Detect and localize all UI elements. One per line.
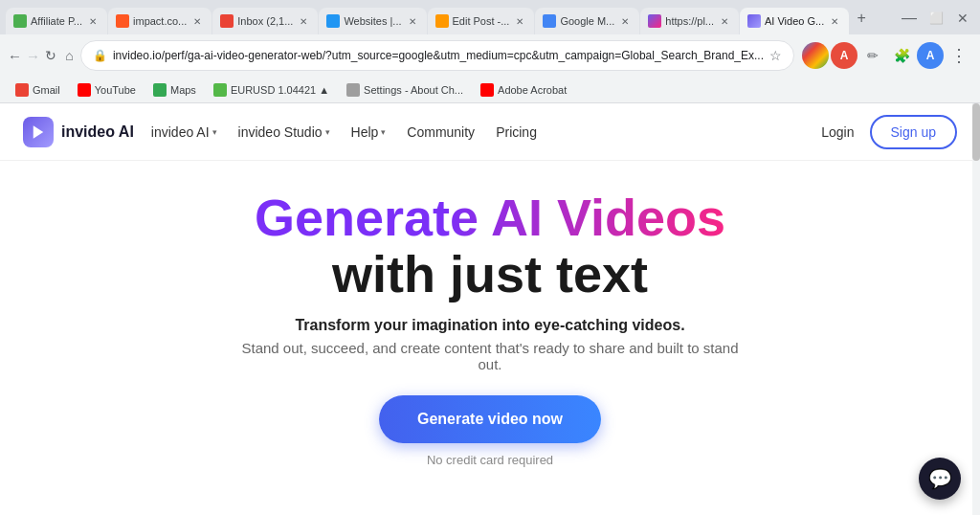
tab-close-7[interactable]: ✕ <box>718 14 731 28</box>
tab-label-4: Websites |... <box>344 15 401 27</box>
tab-label-2: impact.co... <box>133 15 187 27</box>
tab-favicon-5 <box>435 14 449 28</box>
page-content: invideo AI invideo AI ▾ invideo Studio ▾… <box>0 103 980 515</box>
browser-tab-active[interactable]: AI Video G... ✕ <box>740 8 849 34</box>
browser-tab-4[interactable]: Websites |... ✕ <box>319 8 426 34</box>
nav-signup-label: Sign up <box>891 124 936 140</box>
bookmark-settings-favicon <box>346 83 360 97</box>
invideo-navbar: invideo AI invideo AI ▾ invideo Studio ▾… <box>0 103 980 161</box>
tab-bar: Affiliate P... ✕ impact.co... ✕ Inbox (2… <box>0 0 980 34</box>
invideo-logo-svg <box>30 123 47 141</box>
nav-link-studio-chevron: ▾ <box>325 127 330 137</box>
back-button[interactable]: ← <box>8 42 22 69</box>
scrollbar-thumb[interactable] <box>972 103 980 161</box>
tab-close-3[interactable]: ✕ <box>297 14 310 28</box>
browser-tab-5[interactable]: Edit Post -... ✕ <box>428 8 535 34</box>
nav-link-help-chevron: ▾ <box>381 127 386 137</box>
bookmark-gmail-favicon <box>15 83 29 97</box>
tab-close-2[interactable]: ✕ <box>190 14 204 28</box>
generate-video-button[interactable]: Generate video now <box>379 395 601 443</box>
chat-button[interactable]: 💬 <box>919 458 961 500</box>
hero-section: Generate AI Videos with just text Transf… <box>0 161 980 482</box>
bookmark-adobe-favicon <box>480 83 494 97</box>
bookmark-adobe-label: Adobe Acrobat <box>498 84 567 96</box>
browser-tab-7[interactable]: https://pl... ✕ <box>640 8 739 34</box>
nav-link-help[interactable]: Help ▾ <box>342 117 396 147</box>
bookmark-gmail-label: Gmail <box>33 84 60 96</box>
tab-label-1: Affiliate P... <box>31 15 82 27</box>
google-account-icon[interactable] <box>802 42 829 69</box>
nav-link-pricing[interactable]: Pricing <box>486 117 546 147</box>
bookmark-maps[interactable]: Maps <box>145 81 204 99</box>
chat-icon: 💬 <box>928 467 952 490</box>
bookmark-eurusd[interactable]: EURUSD 1.04421 ▲ <box>206 81 337 99</box>
nav-link-studio-label: invideo Studio <box>238 124 323 140</box>
user-profile-icon[interactable]: A <box>917 42 944 69</box>
tab-close-active[interactable]: ✕ <box>828 14 841 28</box>
browser-tab-2[interactable]: impact.co... ✕ <box>108 8 212 34</box>
extensions-icon[interactable]: 🧩 <box>888 42 915 69</box>
restore-button[interactable]: ⬜ <box>924 7 947 30</box>
hero-subtitle2: Stand out, succeed, and create content t… <box>241 340 739 372</box>
nav-link-pricing-label: Pricing <box>496 124 537 140</box>
nav-login-button[interactable]: Login <box>806 117 869 147</box>
browser-tab-6[interactable]: Google M... ✕ <box>535 8 639 34</box>
nav-link-studio[interactable]: invideo Studio ▾ <box>229 117 340 147</box>
nav-link-invideo-ai-chevron: ▾ <box>212 127 217 137</box>
tab-close-6[interactable]: ✕ <box>618 14 632 28</box>
new-tab-button[interactable]: + <box>850 7 873 30</box>
nav-login-label: Login <box>821 124 854 140</box>
tab-favicon-3 <box>220 14 234 28</box>
hero-subtitle-bold: Transform your imagination into eye-catc… <box>295 317 684 334</box>
minimize-button[interactable]: — <box>898 7 921 30</box>
more-options-icon[interactable]: ⋮ <box>946 42 972 69</box>
bookmark-settings-label: Settings - About Ch... <box>364 84 463 96</box>
tab-label-6: Google M... <box>560 15 614 27</box>
edit-icon[interactable]: ✏ <box>859 42 886 69</box>
nav-link-community[interactable]: Community <box>397 117 484 147</box>
bookmark-maps-label: Maps <box>170 84 196 96</box>
close-button[interactable]: ✕ <box>951 7 974 30</box>
tab-favicon-active <box>747 14 761 28</box>
profile-button[interactable]: A <box>831 42 858 69</box>
address-text: invideo.io/perf/ga-ai-video-generator-we… <box>113 49 764 62</box>
tab-label-7: https://pl... <box>665 15 714 27</box>
bookmark-youtube-favicon <box>78 83 91 97</box>
nav-link-help-label: Help <box>351 124 379 140</box>
browser-window: Affiliate P... ✕ impact.co... ✕ Inbox (2… <box>0 0 980 515</box>
nav-link-community-label: Community <box>407 124 475 140</box>
hero-title: Generate AI Videos with just text <box>255 190 725 303</box>
bookmark-adobe[interactable]: Adobe Acrobat <box>473 81 574 99</box>
nav-logo[interactable]: invideo AI <box>23 117 134 147</box>
reload-button[interactable]: ↻ <box>44 42 58 69</box>
generate-video-label: Generate video now <box>417 411 563 427</box>
tab-favicon-2 <box>116 14 129 28</box>
browser-controls: ← → ↻ ⌂ 🔒 invideo.io/perf/ga-ai-video-ge… <box>0 34 980 77</box>
tab-label-active: AI Video G... <box>765 15 824 27</box>
tab-favicon-1 <box>13 14 27 28</box>
tab-favicon-7 <box>648 14 661 28</box>
bookmarks-bar: Gmail YouTube Maps EURUSD 1.04421 ▲ Sett… <box>0 77 980 103</box>
svg-marker-0 <box>33 125 44 139</box>
browser-tab-1[interactable]: Affiliate P... ✕ <box>6 8 107 34</box>
nav-links: invideo AI ▾ invideo Studio ▾ Help ▾ Com… <box>142 117 806 147</box>
tab-close-4[interactable]: ✕ <box>406 14 419 28</box>
hero-title-line1: Generate AI Videos <box>255 190 725 246</box>
bookmark-star-icon[interactable]: ☆ <box>769 48 782 63</box>
address-bar[interactable]: 🔒 invideo.io/perf/ga-ai-video-generator-… <box>80 40 794 71</box>
tab-favicon-4 <box>326 14 340 28</box>
browser-tab-3[interactable]: Inbox (2,1... ✕ <box>212 8 318 34</box>
nav-link-invideo-ai[interactable]: invideo AI ▾ <box>142 117 227 147</box>
home-button[interactable]: ⌂ <box>62 42 77 69</box>
bookmark-youtube[interactable]: YouTube <box>70 81 144 99</box>
forward-button[interactable]: → <box>26 42 40 69</box>
nav-signup-button[interactable]: Sign up <box>870 115 957 149</box>
page-scrollbar[interactable] <box>972 103 980 515</box>
tab-close-1[interactable]: ✕ <box>86 14 100 28</box>
tab-close-5[interactable]: ✕ <box>513 14 526 28</box>
bookmark-settings[interactable]: Settings - About Ch... <box>339 81 471 99</box>
bookmark-gmail[interactable]: Gmail <box>8 81 68 99</box>
hero-title-generate: Generate AI Videos <box>255 189 725 246</box>
logo-text: invideo AI <box>61 123 134 141</box>
bookmark-youtube-label: YouTube <box>95 84 136 96</box>
